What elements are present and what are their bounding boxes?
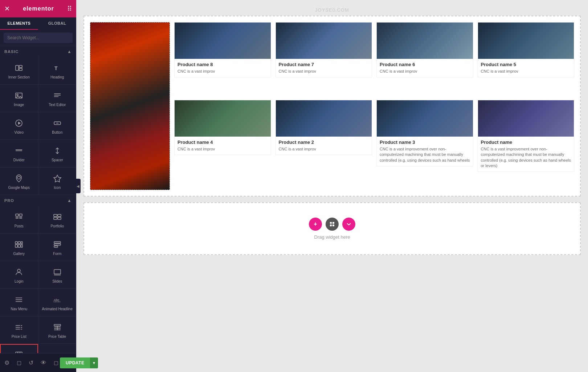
settings-button[interactable]: ⚙ bbox=[3, 358, 11, 368]
svg-rect-28 bbox=[15, 242, 17, 244]
svg-rect-26 bbox=[54, 217, 57, 219]
widget-google-maps[interactable]: Google Maps bbox=[0, 167, 38, 195]
basic-widgets-grid: Inner Section T Heading Image Text Edito… bbox=[0, 57, 76, 195]
tab-elements[interactable]: ELEMENTS bbox=[0, 17, 38, 30]
chevron-down-icon: ▲ bbox=[67, 49, 72, 54]
gallery-icon bbox=[15, 240, 23, 250]
sidebar-header: ✕ elementor ⠿ bbox=[0, 0, 76, 17]
widget-gallery[interactable]: Gallery bbox=[0, 234, 38, 261]
nav-menu-icon bbox=[15, 295, 23, 305]
widget-image[interactable]: Image bbox=[0, 85, 38, 112]
product-name: Product name 7 bbox=[279, 62, 369, 67]
svg-rect-31 bbox=[15, 244, 17, 247]
svg-rect-34 bbox=[54, 242, 61, 243]
widget-spacer[interactable]: Spacer bbox=[38, 140, 77, 167]
widget-text-editor[interactable]: Text Editor bbox=[38, 85, 77, 112]
widget-portfolio[interactable]: Portfolio bbox=[38, 206, 77, 233]
svg-point-37 bbox=[17, 269, 20, 272]
svg-rect-38 bbox=[54, 270, 61, 274]
responsive-button[interactable]: ◻ bbox=[15, 358, 23, 368]
grid-icon[interactable]: ⠿ bbox=[67, 5, 72, 13]
close-icon[interactable]: ✕ bbox=[4, 5, 10, 13]
product-desc: CNC is a vast improv bbox=[177, 146, 268, 152]
sidebar-bottom: ⚙ ◻ ↺ 👁 ◻ UPDATE ▾ bbox=[0, 353, 76, 372]
widget-form-label: Form bbox=[53, 252, 61, 256]
posts-icon bbox=[15, 213, 23, 222]
widget-heading[interactable]: T Heading bbox=[38, 57, 77, 84]
image-icon bbox=[15, 91, 23, 101]
drop-zone: + Drag widget here bbox=[83, 202, 581, 255]
product-card: Product name 5 CNC is a vast improv bbox=[478, 22, 575, 77]
section-pro-label: PRO bbox=[4, 198, 14, 203]
history-button[interactable]: ↺ bbox=[27, 358, 35, 368]
svg-rect-51 bbox=[54, 324, 61, 326]
widget-video-label: Video bbox=[15, 130, 24, 135]
add-section-button[interactable]: + bbox=[309, 218, 322, 231]
svg-rect-18 bbox=[16, 214, 19, 216]
collapse-handle[interactable]: ◀ bbox=[75, 179, 81, 193]
google-maps-icon bbox=[15, 174, 23, 184]
widget-login[interactable]: Login bbox=[0, 261, 38, 288]
widget-video[interactable]: Video bbox=[0, 112, 38, 140]
tab-global[interactable]: GLOBAL bbox=[38, 17, 76, 30]
svg-rect-21 bbox=[19, 214, 22, 216]
product-card: Product name 8 CNC is a vast improv bbox=[174, 22, 271, 77]
svg-rect-25 bbox=[58, 214, 61, 217]
product-card: Product name 2 CNC is a vast improv bbox=[275, 100, 372, 155]
section-pro[interactable]: PRO ▲ bbox=[0, 195, 76, 206]
widget-slides-label: Slides bbox=[52, 279, 62, 284]
widget-animated-headline[interactable]: Abc Animated Headline bbox=[38, 289, 77, 316]
section-basic-label: BASIC bbox=[4, 49, 19, 54]
widget-gallery-label: Gallery bbox=[13, 252, 25, 256]
section-basic[interactable]: BASIC ▲ bbox=[0, 46, 76, 57]
svg-rect-29 bbox=[18, 242, 20, 244]
price-table-icon bbox=[53, 323, 62, 333]
watermark: JOYSE0.COM bbox=[83, 7, 581, 13]
canvas-inner: JOYSE0.COM Product name 8 CNC is a vast … bbox=[83, 7, 581, 255]
widget-text-editor-label: Text Editor bbox=[49, 103, 66, 107]
drop-zone-text: Drag widget here bbox=[314, 234, 350, 240]
widget-icon-label: Icon bbox=[54, 186, 61, 190]
widget-divider-label: Divider bbox=[13, 158, 25, 162]
expand-button[interactable] bbox=[342, 218, 355, 231]
svg-rect-36 bbox=[54, 246, 58, 247]
widget-nav-menu[interactable]: Nav Menu bbox=[0, 289, 38, 316]
pro-widgets-grid: Posts Portfolio Gallery Form bbox=[0, 206, 76, 371]
svg-point-16 bbox=[17, 176, 20, 179]
search-input[interactable] bbox=[4, 33, 73, 43]
svg-rect-27 bbox=[58, 217, 61, 219]
update-arrow-button[interactable]: ▾ bbox=[90, 357, 98, 368]
display-button[interactable]: ◻ bbox=[52, 358, 60, 368]
text-editor-icon bbox=[53, 91, 62, 101]
preview-button[interactable]: 👁 bbox=[39, 358, 48, 368]
widget-posts[interactable]: Posts bbox=[0, 206, 38, 233]
svg-rect-35 bbox=[54, 244, 61, 245]
widget-icon[interactable]: Icon bbox=[38, 167, 77, 195]
widget-slides[interactable]: Slides bbox=[38, 261, 77, 288]
product-desc: CNC is a vast improv bbox=[177, 69, 268, 74]
widget-button[interactable]: Button bbox=[38, 112, 77, 140]
login-icon bbox=[15, 268, 23, 278]
svg-text:T: T bbox=[54, 65, 58, 71]
widget-image-label: Image bbox=[14, 103, 24, 107]
widget-inner-section[interactable]: Inner Section bbox=[0, 57, 38, 84]
product-desc: CNC is a vast improv bbox=[380, 69, 470, 74]
product-card: Product name 7 CNC is a vast improv bbox=[275, 22, 372, 77]
widget-price-table[interactable]: Price Table bbox=[38, 316, 77, 344]
widget-divider[interactable]: Divider bbox=[0, 140, 38, 167]
widget-scroll-area: BASIC ▲ Inner Section T Heading Imag bbox=[0, 46, 76, 372]
inner-section-icon bbox=[15, 64, 23, 73]
featured-image bbox=[90, 22, 170, 190]
product-name: Product name 6 bbox=[380, 62, 470, 67]
svg-rect-32 bbox=[18, 244, 20, 247]
widget-form[interactable]: Form bbox=[38, 234, 77, 261]
drag-handle-button[interactable] bbox=[326, 218, 339, 231]
sidebar: ✕ elementor ⠿ ELEMENTS GLOBAL BASIC ▲ In… bbox=[0, 0, 76, 372]
bottom-icons: ⚙ ◻ ↺ 👁 ◻ bbox=[3, 358, 60, 368]
update-button[interactable]: UPDATE bbox=[60, 357, 90, 368]
sidebar-tabs: ELEMENTS GLOBAL bbox=[0, 17, 76, 30]
widget-spacer-label: Spacer bbox=[52, 158, 63, 162]
widget-price-list[interactable]: Price List bbox=[0, 316, 38, 344]
svg-rect-2 bbox=[19, 68, 22, 70]
svg-rect-30 bbox=[21, 242, 23, 244]
